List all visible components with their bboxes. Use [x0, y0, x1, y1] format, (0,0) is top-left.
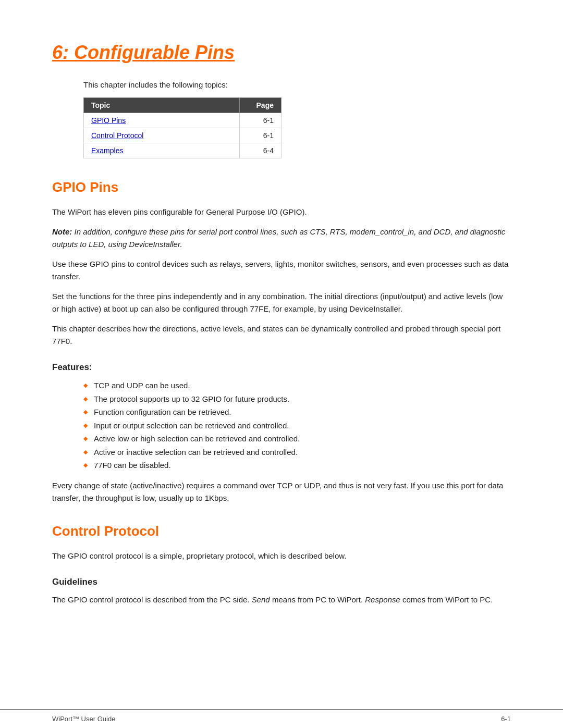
subsection-guidelines: Guidelines The GPIO control protocol is … — [52, 577, 511, 606]
list-item: 77F0 can be disabled. — [83, 459, 511, 472]
note-label: Note: — [52, 227, 72, 236]
gpio-para-2: Use these GPIO pins to control devices s… — [52, 258, 511, 283]
section-control-protocol: Control Protocol The GPIO control protoc… — [52, 523, 511, 606]
toc-page-control: 6-1 — [240, 128, 282, 143]
section-title-gpio: GPIO Pins — [52, 179, 511, 195]
subsection-features: Features: TCP and UDP can be used. The p… — [52, 362, 511, 504]
list-item: Active or inactive selection can be retr… — [83, 446, 511, 459]
gpio-para-3: Set the functions for the three pins ind… — [52, 290, 511, 315]
note-body: In addition, configure these pins for se… — [52, 227, 505, 249]
toc-page-examples: 6-4 — [240, 143, 282, 158]
gpio-note: Note: In addition, configure these pins … — [52, 226, 511, 251]
section-title-control: Control Protocol — [52, 523, 511, 539]
subsection-title-features: Features: — [52, 362, 511, 373]
toc-link-gpio[interactable]: GPIO Pins — [84, 113, 240, 128]
toc-header-page: Page — [240, 98, 282, 113]
list-item: Active low or high selection can be retr… — [83, 432, 511, 446]
features-list: TCP and UDP can be used. The protocol su… — [83, 379, 511, 472]
toc-link-examples[interactable]: Examples — [84, 143, 240, 158]
toc-row: GPIO Pins 6-1 — [84, 113, 282, 128]
control-para-1: The GPIO control protocol is a simple, p… — [52, 550, 511, 562]
page-container: 6: Configurable Pins This chapter includ… — [0, 0, 563, 697]
toc-page-gpio: 6-1 — [240, 113, 282, 128]
footer-right: 6-1 — [501, 715, 511, 723]
section-gpio-pins: GPIO Pins The WiPort has eleven pins con… — [52, 179, 511, 504]
toc-row: Control Protocol 6-1 — [84, 128, 282, 143]
gpio-para-4: This chapter describes how the direction… — [52, 323, 511, 348]
footer-left: WiPort™ User Guide — [52, 715, 115, 723]
features-after-text: Every change of state (active/inactive) … — [52, 479, 511, 504]
toc-table: Topic Page GPIO Pins 6-1 Control Protoco… — [83, 97, 282, 158]
list-item: Function configuration can be retrieved. — [83, 405, 511, 419]
toc-link-control[interactable]: Control Protocol — [84, 128, 240, 143]
subsection-title-guidelines: Guidelines — [52, 577, 511, 587]
toc-header-topic: Topic — [84, 98, 240, 113]
list-item: The protocol supports up to 32 GPIO for … — [83, 392, 511, 406]
chapter-title: 6: Configurable Pins — [52, 42, 511, 64]
list-item: TCP and UDP can be used. — [83, 379, 511, 392]
intro-text: This chapter includes the following topi… — [52, 80, 511, 89]
guidelines-text: The GPIO control protocol is described f… — [52, 594, 511, 606]
toc-row: Examples 6-4 — [84, 143, 282, 158]
footer: WiPort™ User Guide 6-1 — [0, 709, 563, 728]
list-item: Input or output selection can be retriev… — [83, 419, 511, 433]
gpio-para-1: The WiPort has eleven pins configurable … — [52, 206, 511, 218]
